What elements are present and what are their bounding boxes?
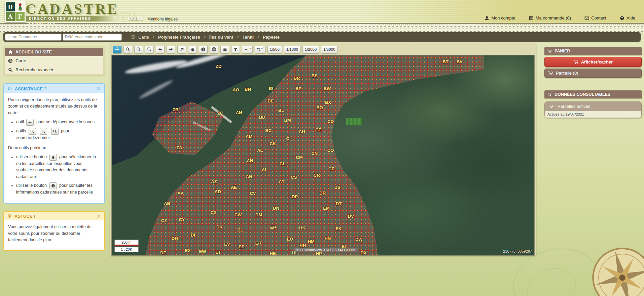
zoom-in-tool-button[interactable] [40, 128, 47, 135]
mentions-legales-link[interactable]: Mentions légales [147, 17, 178, 22]
cadastral-reference-input[interactable] [63, 34, 122, 41]
info-tool-button[interactable] [49, 182, 57, 189]
measure-area-tool-button[interactable]: m² [255, 46, 265, 53]
sports-field [346, 118, 363, 125]
breadcrumb-item[interactable]: Îles du vent [209, 35, 234, 40]
nav-item-mon-compte[interactable]: Mon compte [485, 15, 515, 20]
breadcrumb-item[interactable]: Papeete [263, 35, 280, 40]
commune-search-input[interactable] [5, 34, 62, 41]
zoom-box-tool-button[interactable] [29, 128, 36, 135]
select-tool-button[interactable] [49, 154, 57, 161]
globe-icon [131, 35, 135, 39]
assistance-middle: Deux outils précieux : [8, 145, 100, 151]
home-icon [8, 50, 13, 54]
sidebar-item-carte[interactable]: Carte [5, 56, 103, 65]
magnifier-minus-icon [53, 129, 57, 133]
scale-button-1-1000[interactable]: 1/1000 [284, 46, 300, 53]
cart-icon [573, 59, 578, 65]
breadcrumb-item[interactable]: Tahiti [242, 35, 254, 40]
daf-logo-letter-a: A [6, 12, 15, 21]
legend-tool-button[interactable] [220, 46, 229, 53]
expand-icon [179, 47, 184, 52]
breadcrumb: Carte>Polynésie Française>Îles du vent>T… [131, 35, 280, 40]
locate-tool-button[interactable] [210, 46, 218, 53]
globe-icon [212, 47, 216, 52]
arrow-left-icon [158, 47, 163, 52]
info-icon [201, 47, 206, 52]
measure-area-icon [256, 47, 261, 52]
donnees-panel-title: DONNÉES CONSULTABLES [554, 92, 610, 97]
afficher-cacher-button[interactable]: Afficher/cacher [544, 57, 642, 67]
panier-panel-title: PANIER [554, 49, 570, 53]
nav-item-contact[interactable]: Contact [584, 15, 606, 20]
astuce-text: Vous pouvez également utiliser la molett… [8, 224, 100, 243]
right-sidebar: PANIER Afficher/cacher Parcelle (0) DONN… [544, 47, 642, 118]
zoom-out-tool-button[interactable] [51, 128, 59, 135]
scale-button-1-5000[interactable]: 1/5000 [321, 46, 337, 53]
cart-icon [548, 71, 553, 76]
scale-button-1-500[interactable]: 1/500 [267, 46, 282, 53]
user-icon [485, 16, 489, 20]
parcelles-actives-card: Parcelles actives Actives au 19/07/2021 [544, 101, 642, 118]
scalebar-distance: 200 m [114, 240, 139, 246]
assistance-intro: Pour naviguer dans le plan, utilisez les… [8, 97, 100, 116]
assistance-bullet-zoom: outils pour zoomer/dézoomer [16, 128, 100, 141]
envelope-icon [584, 16, 589, 20]
daf-logo[interactable]: D A F [5, 1, 26, 22]
globe-icon [8, 58, 13, 63]
close-icon[interactable] [97, 214, 101, 218]
breadcrumb-separator: > [204, 35, 206, 39]
accueil-panel: ACCUEIL DU SITE Carte Recherche avancée [3, 46, 105, 76]
nav-item-aide[interactable]: Aide [620, 15, 635, 20]
app-version: V.2.13.1 [128, 16, 143, 21]
astuce-panel-title: ASTUCE ! [14, 214, 35, 219]
zoom-in-tool-button[interactable] [134, 46, 143, 53]
sidebar-item-label: Carte [15, 58, 26, 63]
magnifier-plus-icon [136, 47, 141, 52]
daf-emblem-icon [15, 2, 25, 11]
help-icon [620, 16, 624, 20]
nav-item-ma-commande-[interactable]: Ma commande (0) [529, 15, 571, 20]
breadcrumb-separator: > [237, 35, 239, 39]
search-icon [8, 68, 13, 72]
map-section-label: BI [269, 86, 273, 91]
magnifier-plus-icon [41, 129, 45, 133]
sidebar-item-label: Recherche avancée [15, 67, 55, 72]
map-section-label: AO [233, 87, 240, 92]
donnees-panel-header: DONNÉES CONSULTABLES [544, 90, 642, 98]
map-section-label: AN [236, 110, 242, 115]
assistance-panel: ASSISTANCE ? Pour naviguer dans le plan,… [3, 83, 105, 204]
pan-tool-button[interactable] [26, 119, 34, 126]
assistance-bullet-select: utiliser le bouton pour sélectionner la … [16, 154, 100, 180]
astuce-panel-header: ASTUCE ! [4, 212, 104, 220]
zoom-box-tool-button[interactable] [123, 46, 132, 53]
close-icon[interactable] [96, 86, 101, 91]
breadcrumb-item[interactable]: Polynésie Française [158, 35, 200, 40]
top-nav: Mon compteMa commande (0)ContactAide [485, 15, 635, 20]
scalebar-ratio: 1 : 20K [114, 247, 139, 252]
app-subtitle: DIRECTION DES AFFAIRES FONCIERES [26, 16, 113, 22]
check-icon [549, 104, 554, 109]
previous-extent-tool-button[interactable] [156, 46, 165, 53]
parcelle-count-button[interactable]: Parcelle (0) [544, 69, 642, 78]
map-canvas[interactable]: ZDBTBVBRBSAOBNBIBPBWBEBXZBBLBOZCANBDBMCD… [111, 55, 535, 256]
sidebar-item-recherche-avancee[interactable]: Recherche avancée [5, 65, 103, 74]
daf-logo-letter-d: D [6, 2, 15, 11]
scale-button-1-2000[interactable]: 1/2000 [302, 46, 319, 53]
filter-tool-button[interactable] [231, 46, 240, 53]
initial-extent-tool-button[interactable] [177, 46, 186, 53]
pan-tool-button[interactable] [113, 46, 121, 53]
zoom-out-tool-button[interactable] [145, 46, 154, 53]
list-icon [222, 47, 227, 52]
parcel-info-tool-button[interactable] [199, 46, 208, 53]
breadcrumb-item[interactable]: Carte [138, 35, 149, 40]
select-parcel-tool-button[interactable] [188, 46, 197, 53]
hand-icon [51, 155, 55, 159]
measure-distance-tool-button[interactable]: m [242, 46, 253, 53]
map-attribution: 2017 WorldView 3 © DIGITALGLOBE [293, 248, 358, 252]
plus-icon [28, 120, 32, 124]
map-toolbar: mm²1/5001/10001/20001/5000 [111, 45, 535, 54]
parcelles-actives-toggle[interactable]: Parcelles actives [545, 102, 641, 111]
breadcrumb-separator: > [257, 35, 259, 39]
next-extent-tool-button[interactable] [167, 46, 175, 53]
